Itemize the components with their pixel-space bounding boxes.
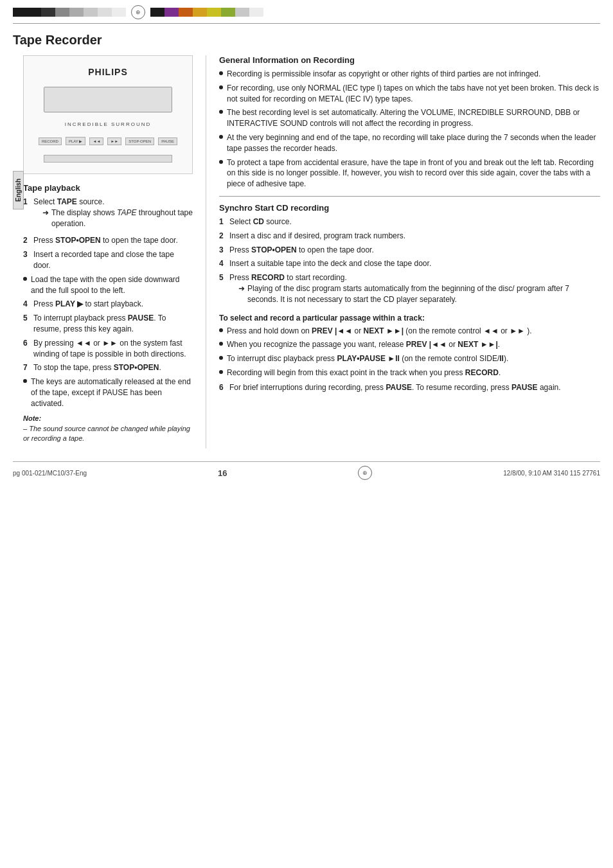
synchro-item-3: 3 Press STOP•OPEN to open the tape door. [219,245,600,256]
note-text: – The sound source cannot be changed whi… [23,424,193,444]
select-bullet-3: To interrupt disc playback press PLAY•PA… [219,353,600,364]
footer: pg 001-021/MC10/37-Eng 16 ⊕ 12/8/00, 9:1… [13,461,600,480]
stop-btn: STOP·OPEN [125,137,154,145]
recorder-image: PHILIPS INCREDIBLE SURROUND RECORD PLAY … [23,55,193,174]
item-1-sub: ➜ The display shows TAPE throughout tape… [42,208,193,229]
general-bullet-1: Recording is permissible insofar as copy… [219,69,600,80]
top-bar: ⊕ [0,0,613,19]
bullet-icon [219,160,223,164]
main-content: English PHILIPS INCREDIBLE SURROUND RECO… [13,55,600,448]
item-num-1: 1 [23,197,31,232]
recorder-slots [44,155,172,163]
play-btn: PLAY ▶ [66,137,85,145]
section-divider [219,196,600,197]
tape-playback-item-5: 5 To interrupt playback press PAUSE. To … [23,313,193,335]
tape-playback-item-4: 4 Press PLAY ▶ to start playback. [23,299,193,310]
synchro-item-4: 4 Insert a suitable tape into the deck a… [219,258,600,269]
page-title: Tape Recorder [13,33,600,48]
bullet-icon [219,342,223,346]
footer-right: 12/8/00, 9:10 AM 3140 115 27761 [503,470,600,477]
bullet-icon [219,110,223,114]
tape-playback-title: Tape playback [23,183,193,193]
select-track-heading: To select and record a particular passag… [219,314,600,323]
compass-icon-footer: ⊕ [358,466,372,480]
bullet-icon [219,71,223,75]
bullet-icon [219,135,223,139]
general-bullet-4: At the very beginning and end of the tap… [219,132,600,154]
tape-playback-item-2: 2 Press STOP•OPEN to open the tape door. [23,235,193,246]
bullet-icon [219,85,223,89]
footer-page-number: 16 [218,468,227,478]
footer-left: pg 001-021/MC10/37-Eng [13,470,87,477]
english-label: English [13,171,24,209]
synchro-item-1: 1 Select CD source. [219,217,600,227]
left-column: PHILIPS INCREDIBLE SURROUND RECORD PLAY … [13,55,193,448]
synchro-item-5: 5 Press RECORD to start recording. ➜ Pla… [219,272,600,308]
bullet-icon [219,328,223,332]
color-strip-right [150,8,263,17]
select-track-section: To select and record a particular passag… [219,314,600,378]
recorder-window [44,87,172,112]
column-divider [206,55,206,448]
note-label: Note: [23,414,193,422]
tape-playback-bullet-load: Load the tape with the open side downwar… [23,274,193,296]
right-column: General Information on Recording Recordi… [219,55,600,448]
tape-playback-item-7: 7 To stop the tape, press STOP•OPEN. [23,362,193,373]
select-bullet-2: When you recognize the passage you want,… [219,339,600,350]
synchro-title: Synchro Start CD recording [219,203,600,213]
recorder-surround-text: INCREDIBLE SURROUND [65,121,151,127]
tape-playback-item-3: 3 Insert a recorded tape and close the t… [23,249,193,271]
note-section: Note: – The sound source cannot be chang… [23,414,193,444]
page-container: Tape Recorder English PHILIPS INCREDIBLE… [0,24,613,493]
general-info-title: General Information on Recording [219,55,600,65]
synchro-item-6: 6 For brief interruptions during recordi… [219,382,600,393]
synchro-item-2: 2 Insert a disc and if desired, program … [219,231,600,242]
tape-playback-item-6: 6 By pressing ◄◄ or ►► on the system fas… [23,338,193,360]
select-bullet-4: Recording will begin from this exact poi… [219,368,600,378]
bullet-icon [23,379,27,383]
bullet-icon [23,277,27,281]
recorder-brand: PHILIPS [88,67,127,77]
compass-icon-left: ⊕ [131,5,145,19]
color-strip-left [13,8,126,17]
item-1-text: Select TAPE source. [33,197,105,206]
select-bullet-1: Press and hold down on PREV |◄◄ or NEXT … [219,326,600,337]
tape-playback-bullet-keys: The keys are automatically released at t… [23,376,193,409]
recorder-controls: RECORD PLAY ▶ ◄◄ ►► STOP·OPEN PAUSE [39,137,177,145]
rew-btn: ◄◄ [89,137,103,145]
record-btn: RECORD [39,137,62,145]
general-bullet-2: For recording, use only NORMAL (IEC type… [219,83,600,105]
bullet-icon [219,356,223,360]
pause-btn: PAUSE [158,137,177,145]
tape-playback-item-1: 1 Select TAPE source. ➜ The display show… [23,197,193,232]
bullet-icon [219,370,223,374]
general-bullet-3: The best recording level is set automati… [219,107,600,129]
synchro-item-5-sub: ➜ Playing of the disc program starts aut… [238,283,600,305]
ff-btn: ►► [107,137,121,145]
general-bullet-5: To protect a tape from accidental erasur… [219,157,600,190]
